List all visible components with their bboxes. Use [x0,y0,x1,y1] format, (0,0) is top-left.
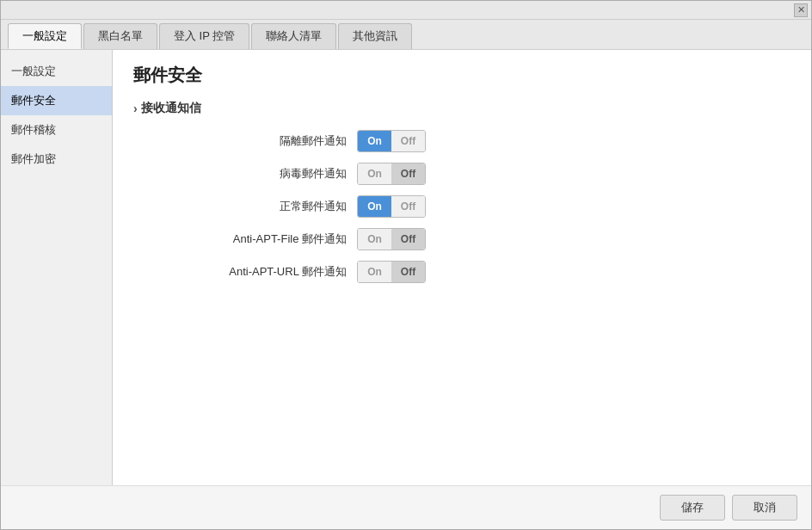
sidebar-item-mail-audit[interactable]: 郵件稽核 [1,115,112,145]
toggle-normal-off: Off [391,196,425,217]
label-normal: 正常郵件通知 [151,199,357,214]
form-rows: 隔離郵件通知 On Off 病毒郵件通知 On Off 正常郵件 [133,130,790,283]
tab-other[interactable]: 其他資訊 [338,23,412,49]
toggle-quarantine[interactable]: On Off [357,130,426,152]
tab-blackwhite[interactable]: 黑白名單 [83,23,157,49]
sidebar-item-mail-encrypt[interactable]: 郵件加密 [1,145,112,174]
section-chevron: › [133,102,138,115]
row-quarantine: 隔離郵件通知 On Off [151,130,790,152]
save-button[interactable]: 儲存 [660,495,725,521]
toggle-anti-apt-file[interactable]: On Off [357,228,426,250]
label-virus: 病毒郵件通知 [151,166,357,182]
main-window: ✕ 一般設定 黑白名單 登入 IP 控管 聯絡人清單 其他資訊 一般設定 郵件安… [0,0,812,530]
toggle-anti-apt-file-on: On [358,229,391,250]
row-normal: 正常郵件通知 On Off [151,195,790,218]
toggle-virus[interactable]: On Off [357,163,426,185]
tab-contacts[interactable]: 聯絡人清單 [251,23,336,49]
content-area: 一般設定 郵件安全 郵件稽核 郵件加密 郵件安全 › 接收通知信 隔離郵件通知 … [1,50,811,485]
tab-general[interactable]: 一般設定 [8,23,82,49]
footer: 儲存 取消 [1,485,811,529]
sidebar-item-general[interactable]: 一般設定 [1,57,112,86]
toggle-quarantine-off: Off [391,131,425,151]
row-virus: 病毒郵件通知 On Off [151,163,790,185]
cancel-button[interactable]: 取消 [732,495,797,521]
main-panel: 郵件安全 › 接收通知信 隔離郵件通知 On Off 病毒郵件通知 [113,50,811,485]
toggle-normal-on: On [358,196,391,217]
tab-loginip[interactable]: 登入 IP 控管 [159,23,249,49]
close-button[interactable]: ✕ [794,3,808,17]
label-anti-apt-file: Anti-APT-File 郵件通知 [151,231,357,247]
label-quarantine: 隔離郵件通知 [151,133,357,149]
toggle-anti-apt-url-on: On [358,262,391,282]
toggle-anti-apt-url-off: Off [391,262,425,282]
toggle-anti-apt-url[interactable]: On Off [357,261,426,283]
sidebar: 一般設定 郵件安全 郵件稽核 郵件加密 [1,50,113,485]
label-anti-apt-url: Anti-APT-URL 郵件通知 [151,264,357,280]
title-bar: ✕ [1,1,811,20]
page-title: 郵件安全 [133,64,790,87]
toggle-virus-off: Off [391,163,425,184]
section-label: 接收通知信 [141,101,201,116]
toggle-normal[interactable]: On Off [357,195,426,218]
row-anti-apt-url: Anti-APT-URL 郵件通知 On Off [151,261,790,283]
section-header[interactable]: › 接收通知信 [133,101,790,116]
toggle-quarantine-on: On [358,131,391,151]
sidebar-item-mail-security[interactable]: 郵件安全 [1,86,112,115]
tab-bar: 一般設定 黑白名單 登入 IP 控管 聯絡人清單 其他資訊 [1,20,811,50]
row-anti-apt-file: Anti-APT-File 郵件通知 On Off [151,228,790,250]
toggle-virus-on: On [358,163,391,184]
toggle-anti-apt-file-off: Off [391,229,425,250]
